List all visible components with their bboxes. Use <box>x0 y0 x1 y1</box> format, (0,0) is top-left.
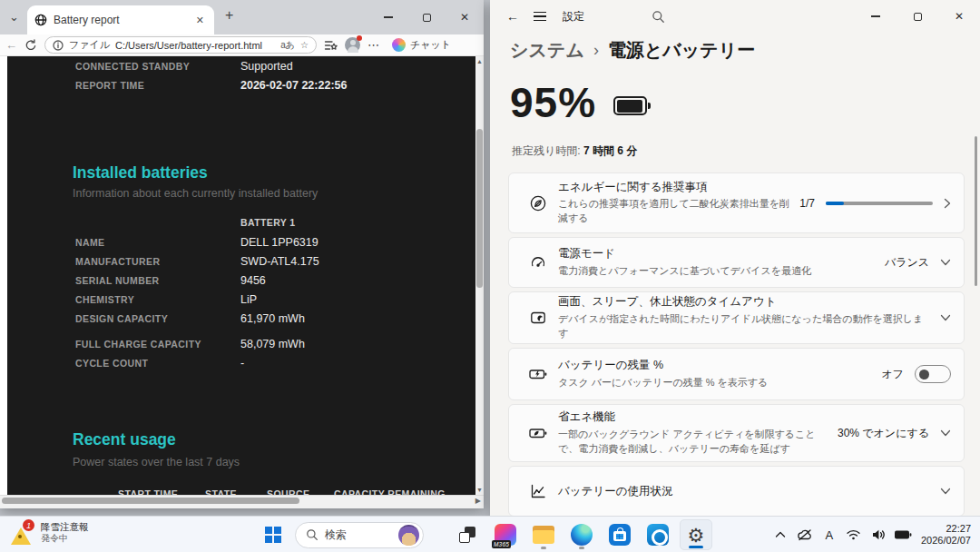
translate-icon[interactable]: aあ <box>280 39 295 52</box>
row-value: DELL 1PP6319 <box>240 236 422 249</box>
report-row: REPORT TIME 2026-02-07 22:22:56 <box>7 75 475 94</box>
scroll-right-icon[interactable]: ▶ <box>475 497 481 505</box>
settings-back-button[interactable]: ← <box>506 9 519 24</box>
task-view-button[interactable] <box>451 519 484 550</box>
new-tab-button[interactable]: + <box>225 7 233 24</box>
favorite-star-icon[interactable]: ☆ <box>300 40 309 50</box>
battery-percent: 95% <box>510 78 596 127</box>
copilot-chat-label: チャット <box>410 38 451 52</box>
recent-usage-heading: Recent usage <box>73 430 176 449</box>
settings-maximize-button[interactable] <box>897 0 938 33</box>
card-text: 画面、スリープ、休止状態のタイムアウト デバイスが指定された時間にわたりアイドル… <box>558 294 940 340</box>
volume-button[interactable] <box>867 521 889 548</box>
browser-tab-battery-report[interactable]: Battery report ✕ <box>27 5 214 34</box>
settings-taskbar-button[interactable]: ⚙ <box>680 519 712 550</box>
chevron-down-icon[interactable] <box>940 259 951 266</box>
card-energy-recommendations[interactable]: エネルギーに関する推奨事項 これらの推奨事項を適用して二酸化炭素排出量を削減する… <box>508 172 965 233</box>
ime-mode-indicator[interactable]: A <box>818 521 840 548</box>
browser-tabstrip: ⌄ Battery report ✕ + ✕ <box>0 0 484 34</box>
table-row: SERIAL NUMBER 9456 <box>7 271 475 290</box>
tab-search-chevron-icon[interactable]: ⌄ <box>9 10 19 24</box>
browser-close-button[interactable]: ✕ <box>446 0 484 34</box>
settings-scrollbar-thumb[interactable] <box>975 136 977 286</box>
browser-window-controls: ✕ <box>369 0 484 34</box>
horizontal-scrollbar[interactable]: ▶ <box>0 495 484 506</box>
search-highlight-mascot[interactable] <box>398 525 419 546</box>
copilot-chat-button[interactable]: チャット <box>387 36 456 54</box>
start-button[interactable] <box>257 519 289 550</box>
vertical-scrollbar[interactable]: ▲ ▼ <box>475 56 484 495</box>
chevron-down-icon[interactable] <box>940 314 951 321</box>
url-scheme-label: ファイル <box>69 38 110 52</box>
card-controls: 30% でオンにする <box>838 426 951 441</box>
refresh-button[interactable] <box>24 39 37 52</box>
card-title: 省エネ機能 <box>558 409 828 425</box>
back-button[interactable]: ← <box>5 38 17 52</box>
chevron-down-icon[interactable] <box>940 488 951 495</box>
collections-icon[interactable] <box>324 39 338 52</box>
profile-avatar[interactable] <box>345 37 360 53</box>
battery-percentage-toggle[interactable] <box>915 365 951 383</box>
tray-expand-button[interactable] <box>769 521 791 548</box>
chevron-right-icon[interactable] <box>944 198 951 209</box>
more-menu-icon[interactable]: ⋯ <box>368 38 379 52</box>
column-header: START TIME <box>118 488 178 495</box>
card-text: バッテリーの使用状況 <box>558 484 940 499</box>
weather-alert-title: 降雪注意報 <box>41 521 89 533</box>
row-value: SWD-ATL4.175 <box>240 255 422 268</box>
info-icon[interactable] <box>53 40 64 51</box>
card-screen-sleep-timeouts[interactable]: 画面、スリープ、休止状態のタイムアウト デバイスが指定された時間にわたりアイドル… <box>508 291 965 344</box>
microsoft-store-button[interactable] <box>603 519 636 550</box>
scroll-down-icon[interactable]: ▼ <box>476 487 483 493</box>
card-title: バッテリーの残量 % <box>558 358 872 373</box>
taskbar-clock[interactable]: 22:27 2026/02/07 <box>916 523 978 547</box>
taskbar-search-box[interactable]: 検索 <box>295 522 424 548</box>
file-explorer-button[interactable] <box>527 519 560 550</box>
meta-label: CONNECTED STANDBY <box>75 61 240 72</box>
weather-widget[interactable]: 1 降雪注意報 発令中 <box>5 519 94 547</box>
table-row: FULL CHARGE CAPACITY 58,079 mWh <box>7 334 475 353</box>
card-battery-usage[interactable]: バッテリーの使用状況 <box>508 466 965 516</box>
outlook-icon <box>647 524 669 546</box>
globe-icon <box>34 14 47 26</box>
edge-button[interactable] <box>565 519 598 550</box>
cloud-off-icon <box>797 527 813 542</box>
m365-badge: M365 <box>492 540 511 548</box>
row-value: 61,970 mWh <box>240 312 422 325</box>
card-title: エネルギーに関する推奨事項 <box>558 180 790 195</box>
table-row: MANUFACTURER SWD-ATL4.175 <box>7 251 475 271</box>
tab-close-icon[interactable]: ✕ <box>193 15 207 26</box>
browser-maximize-button[interactable] <box>407 0 446 34</box>
scroll-up-icon[interactable]: ▲ <box>476 58 483 64</box>
m365-copilot-button[interactable]: M365 <box>489 519 522 550</box>
recommendations-progress-bar <box>826 202 933 205</box>
horizontal-scrollbar-thumb[interactable] <box>2 498 299 504</box>
chevron-down-icon[interactable] <box>940 429 951 437</box>
notification-dot <box>357 35 362 41</box>
power-mode-icon <box>518 253 558 271</box>
row-label: SERIAL NUMBER <box>75 275 240 286</box>
hamburger-menu-icon[interactable] <box>534 12 546 22</box>
meta-value: 2026-02-07 22:22:56 <box>240 79 347 92</box>
card-energy-saver[interactable]: 省エネ機能 一部のバックグラウンド アクティビティを制限することで、電力消費を削… <box>508 404 965 462</box>
card-subtitle: 一部のバックグラウンド アクティビティを制限することで、電力消費を削減し、バッテ… <box>558 428 828 457</box>
row-label: MANUFACTURER <box>75 256 240 267</box>
card-battery-percentage[interactable]: バッテリーの残量 % タスク バーにバッテリーの残量 % を表示する オフ <box>508 348 965 400</box>
browser-minimize-button[interactable] <box>369 0 407 34</box>
onedrive-paused-button[interactable] <box>794 521 816 548</box>
breadcrumb-system-link[interactable]: システム <box>510 38 584 63</box>
card-subtitle: デバイスが指定された時間にわたりアイドル状態になった場合の動作を選択します <box>558 312 931 341</box>
tab-title: Battery report <box>54 14 187 26</box>
vertical-scrollbar-thumb[interactable] <box>476 129 483 288</box>
screen-timeout-icon <box>518 309 558 327</box>
settings-search-icon[interactable] <box>652 10 665 24</box>
battery-tray-button[interactable] <box>892 521 914 548</box>
wifi-button[interactable] <box>843 521 865 548</box>
settings-close-button[interactable]: ✕ <box>938 0 980 33</box>
card-power-mode[interactable]: 電源モード 電力消費とパフォーマンスに基づいてデバイスを最適化 バランス <box>508 237 965 288</box>
outlook-button[interactable] <box>642 519 674 550</box>
settings-minimize-button[interactable] <box>855 0 897 33</box>
column-header: CAPACITY REMAINING <box>334 488 446 495</box>
settings-app-title: 設定 <box>563 9 584 25</box>
address-bar[interactable]: ファイル C:/Users/User/battery-report.html a… <box>44 36 317 54</box>
